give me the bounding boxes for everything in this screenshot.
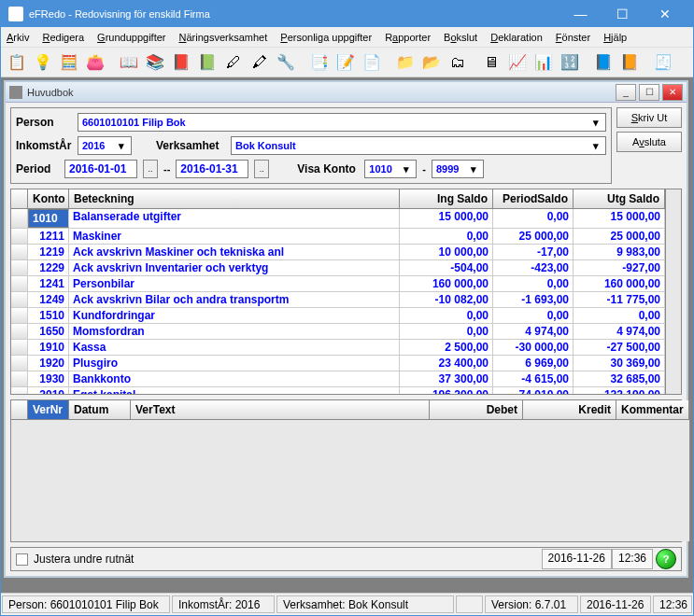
table-row[interactable]: 1211Maskiner0,0025 000,0025 000,00 [11,229,665,245]
menu-grunduppgifter[interactable]: Grunduppgifter [97,32,165,43]
period-from-picker[interactable]: .. [143,160,158,178]
justera-label: Justera undre rutnät [34,553,134,566]
mdi-min-button[interactable]: _ [616,84,636,101]
label-inkomstar: InkomstÅr [16,139,72,152]
col-vernr[interactable]: VerNr [28,400,69,419]
konto-from-select[interactable]: 1010▾ [364,160,417,178]
tb-22[interactable]: 📘 [591,50,616,75]
tb-12[interactable]: 📑 [307,50,332,75]
konto-to-value: 8999 [436,163,459,175]
menu-arkiv[interactable]: Arkiv [7,32,29,43]
tb-15[interactable]: 📁 [393,50,418,75]
transactions-grid: VerNr Datum VerText Debet Kredit Komment… [10,399,682,542]
tb-23[interactable]: 📙 [617,50,642,75]
tb-2[interactable]: 💡 [31,50,55,75]
col-periodsaldo[interactable]: PeriodSaldo [493,189,574,208]
bottom-panel: Justera undre rutnät 2016-11-26 12:36 ? [10,547,682,571]
chevron-down-icon: ▾ [588,140,603,152]
minimize-button[interactable]: — [559,1,602,27]
col-utgsaldo[interactable]: Utg Saldo [574,189,665,208]
period-from-input[interactable] [64,160,137,178]
table-row[interactable]: 1010Balanserade utgifter15 000,000,0015 … [11,209,665,229]
sep-label: - [422,163,426,175]
table-row[interactable]: 1229Ack avskrivn Inventarier och verktyg… [11,260,665,276]
tb-20[interactable]: 📊 [531,50,556,75]
panel-date: 2016-11-26 [542,549,612,569]
huvudbok-window: Huvudbok _ ☐ ✕ Person 6601010101 Filip B… [4,80,688,578]
tb-19[interactable]: 📈 [505,50,530,75]
table-row[interactable]: 2010Eget kapital-196 200,0074 010,00-122… [11,387,665,394]
col-datum[interactable]: Datum [69,400,131,419]
accounts-grid: Konto Beteckning Ing Saldo PeriodSaldo U… [10,189,682,395]
tb-5[interactable]: 📖 [117,50,141,75]
table-row[interactable]: 1920Plusgiro23 400,006 969,0030 369,00 [11,356,665,371]
tb-6[interactable]: 📚 [143,50,167,75]
table-row[interactable]: 1241Personbilar160 000,000,00160 000,00 [11,276,665,292]
menu-personliga[interactable]: Personliga uppgifter [280,32,372,43]
mdi-close-button[interactable]: ✕ [662,84,683,101]
status-inkomstar: InkomstÅr: 2016 [172,595,275,613]
titlebar: eFRedo - Redovisning för enskild Firma —… [1,1,693,27]
table-row[interactable]: 1219Ack avskrivn Maskiner och tekniska a… [11,245,665,260]
tb-16[interactable]: 📂 [419,50,444,75]
tb-7[interactable]: 📕 [169,50,193,75]
maximize-button[interactable]: ☐ [602,1,644,27]
person-select[interactable]: 6601010101 Filip Bok▾ [78,113,606,132]
tb-4[interactable]: 👛 [83,50,107,75]
skrivut-button[interactable]: Skriv Ut [616,107,682,128]
help-button[interactable]: ? [656,549,676,569]
tb-17[interactable]: 🗂 [446,50,470,75]
tb-9[interactable]: 🖊 [221,50,246,75]
col-kommentar[interactable]: Kommentar [616,400,689,419]
justera-checkbox[interactable] [16,553,28,566]
col-ingsaldo[interactable]: Ing Saldo [400,189,493,208]
menu-bokslut[interactable]: Bokslut [444,32,477,43]
konto-to-select[interactable]: 8999▾ [432,160,484,178]
tb-11[interactable]: 🔧 [274,50,298,75]
panel-time: 12:36 [612,549,653,569]
menu-fonster[interactable]: Fönster [556,32,590,43]
tb-24[interactable]: 🧾 [651,50,675,75]
tb-21[interactable]: 🔢 [558,50,582,75]
col-beteckning[interactable]: Beteckning [69,189,400,208]
tb-8[interactable]: 📗 [195,50,220,75]
mdi-area: Huvudbok _ ☐ ✕ Person 6601010101 Filip B… [1,77,693,593]
col-vertext[interactable]: VerText [131,400,430,419]
menu-deklaration[interactable]: Deklaration [490,32,543,43]
grid2-scrollbar[interactable] [689,400,690,541]
grid-scrollbar[interactable] [665,189,681,394]
status-time: 12:36 [653,595,692,613]
table-row[interactable]: 1249Ack avskrivn Bilar och andra transpo… [11,292,665,308]
verksamhet-select[interactable]: Bok Konsult▾ [231,136,606,155]
tb-13[interactable]: 📝 [333,50,358,75]
tb-3[interactable]: 🧮 [57,50,81,75]
main-window: eFRedo - Redovisning för enskild Firma —… [0,0,694,616]
col-kredit[interactable]: Kredit [523,400,616,419]
label-visakonto: Visa Konto [297,162,359,175]
menu-rapporter[interactable]: Rapporter [385,32,431,43]
period-to-input[interactable] [176,160,248,178]
avsluta-button[interactable]: Avsluta [616,132,682,152]
inkomstar-value: 2016 [82,140,105,151]
mdi-max-button[interactable]: ☐ [639,84,659,101]
verksamhet-value: Bok Konsult [235,140,296,151]
menu-naringsverksamhet[interactable]: Näringsverksamhet [179,32,268,43]
table-row[interactable]: 1510Kundfordringar0,000,000,00 [11,308,665,324]
close-button[interactable]: ✕ [644,1,686,27]
tb-1[interactable]: 📋 [5,50,29,75]
table-row[interactable]: 1930Bankkonto37 300,00-4 615,0032 685,00 [11,371,665,387]
col-debet[interactable]: Debet [430,400,523,419]
tb-18[interactable]: 🖥 [479,50,503,75]
tb-14[interactable]: 📄 [360,50,384,75]
inkomstar-select[interactable]: 2016▾ [78,136,132,155]
table-row[interactable]: 1910Kassa2 500,00-30 000,00-27 500,00 [11,340,665,356]
chevron-down-icon: ▾ [466,163,481,175]
table-row[interactable]: 1650Momsfordran0,004 974,004 974,00 [11,324,665,340]
window-title: eFRedo - Redovisning för enskild Firma [29,8,559,20]
col-konto[interactable]: Konto [28,189,69,208]
period-to-picker[interactable]: .. [254,160,269,178]
tb-10[interactable]: 🖍 [248,50,272,75]
menu-redigera[interactable]: Redigera [42,32,84,43]
menu-hjalp[interactable]: Hjälp [603,32,627,43]
chevron-down-icon: ▾ [399,163,414,175]
